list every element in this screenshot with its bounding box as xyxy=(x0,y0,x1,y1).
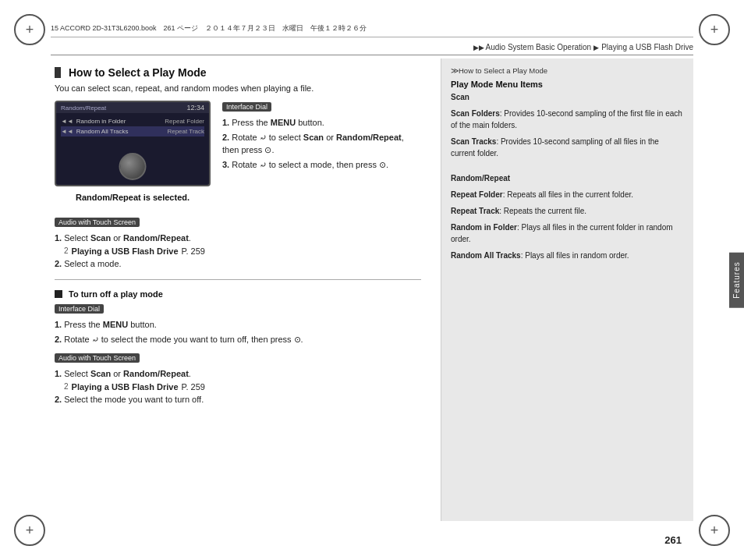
screen-mockup: Random/Repeat 12:34 ◄◄ Random in Folder … xyxy=(55,101,211,186)
breadcrumb-part1: Audio System Basic Operation xyxy=(486,43,592,51)
step-3: 3. Rotate ⤾ to select a mode, then press… xyxy=(222,158,421,172)
right-scan-tracks: Scan Tracks: Provides 10-second sampling… xyxy=(451,136,684,159)
corner-decoration-bl xyxy=(14,515,45,546)
play-link-page-1: P. 259 xyxy=(182,246,205,256)
right-header: ≫How to Select a Play Mode xyxy=(451,66,684,75)
black-sq-icon xyxy=(55,290,62,298)
row2-side: Repeat Track xyxy=(167,128,204,135)
step-2: 2. Rotate ⤾ to select Scan or Random/Rep… xyxy=(222,131,421,157)
file-info-text: 15 ACCORD 2D-31T3L6200.book 261 ページ ２０１４… xyxy=(51,24,367,32)
turn-off-title-text: To turn off a play mode xyxy=(69,289,163,299)
breadcrumb-arrow1: ▶▶ xyxy=(473,44,484,51)
turn-off-audio-badge: Audio with Touch Screen xyxy=(55,353,140,363)
screen-top-bar: Random/Repeat 12:34 xyxy=(56,102,209,113)
screen-and-steps: Random/Repeat 12:34 ◄◄ Random in Folder … xyxy=(55,101,421,193)
turn-off-step-1: 1. Press the MENU button. xyxy=(55,318,421,331)
section-title: How to Select a Play Mode xyxy=(55,66,421,79)
file-info-bar: 15 ACCORD 2D-31T3L6200.book 261 ページ ２０１４… xyxy=(51,23,693,37)
row1-side: Repeat Folder xyxy=(165,118,204,125)
right-random-folder: Random in Folder: Plays all files in the… xyxy=(451,222,684,245)
turn-off-audio-step-1: 1. Select Scan or Random/Repeat. xyxy=(55,367,421,381)
play-link-page-2: P. 259 xyxy=(182,382,205,392)
right-scan-heading: Scan xyxy=(451,91,684,103)
screen-rows: ◄◄ Random in Folder Repeat Folder ◄◄ Ran… xyxy=(56,113,209,140)
right-column: ≫How to Select a Play Mode Play Mode Men… xyxy=(441,58,693,521)
turn-off-interface-badge: Interface Dial xyxy=(55,304,104,314)
header-nav: ▶▶ Audio System Basic Operation ▶ Playin… xyxy=(51,43,693,55)
subtitle-text: You can select scan, repeat, and random … xyxy=(55,83,421,93)
turn-off-step-2: 2. Rotate ⤾ to select the mode you want … xyxy=(55,333,421,346)
row2-icon: ◄◄ xyxy=(61,128,73,135)
screen-top-label: Random/Repeat xyxy=(61,105,106,112)
turn-off-audio-step-2: 2. Select the mode you want to turn off. xyxy=(55,393,421,406)
audio-step-1: 1. Select Scan or Random/Repeat. xyxy=(55,232,421,245)
screen-row-1: ◄◄ Random in Folder Repeat Folder xyxy=(61,116,204,126)
play-link-1: 2 Playing a USB Flash Drive P. 259 xyxy=(64,246,421,256)
screen-caption-text: Random/Repeat is selected. xyxy=(76,193,190,202)
section-title-text: How to Select a Play Mode xyxy=(69,66,207,79)
screen-row-2: ◄◄ Random All Tracks Repeat Track xyxy=(61,126,204,136)
right-section-title: Play Mode Menu Items xyxy=(451,80,684,89)
play-link-text-2: Playing a USB Flash Drive xyxy=(72,382,179,392)
right-scan-folders: Scan Folders: Provides 10-second samplin… xyxy=(451,108,684,131)
corner-decoration-tl xyxy=(14,14,45,45)
right-breadcrumb: ≫How to Select a Play Mode xyxy=(451,66,547,75)
right-random-heading: Random/Repeat xyxy=(451,172,684,184)
title-bar-icon xyxy=(55,67,61,78)
audio-step-2: 2. Select a mode. xyxy=(55,257,421,271)
row1-icon: ◄◄ xyxy=(61,118,73,125)
right-repeat-folder: Repeat Folder: Repeats all files in the … xyxy=(451,189,684,200)
left-column: How to Select a Play Mode You can select… xyxy=(51,58,433,521)
screen-caption: Random/Repeat is selected. xyxy=(55,193,211,202)
play-link-icon-1: 2 xyxy=(64,246,69,255)
play-link-2: 2 Playing a USB Flash Drive P. 259 xyxy=(64,382,421,392)
main-content: How to Select a Play Mode You can select… xyxy=(51,58,693,521)
turn-off-title: To turn off a play mode xyxy=(55,289,421,299)
interface-dial-section: Interface Dial 1. Press the MENU button.… xyxy=(222,101,421,172)
screen-time: 12:34 xyxy=(186,104,204,112)
page-number: 261 xyxy=(664,534,682,546)
corner-decoration-tr xyxy=(699,14,730,45)
step-1: 1. Press the MENU button. xyxy=(222,116,421,129)
features-tab: Features xyxy=(729,252,744,307)
interface-dial-badge: Interface Dial xyxy=(222,102,271,112)
right-repeat-track: Repeat Track: Repeats the current file. xyxy=(451,205,684,217)
row2-label: Random All Tracks xyxy=(76,128,165,135)
corner-decoration-br xyxy=(699,515,730,546)
row1-label: Random in Folder xyxy=(76,118,161,125)
breadcrumb-arrow2: ▶ xyxy=(593,44,599,51)
breadcrumb-part2: Playing a USB Flash Drive xyxy=(601,43,693,51)
audio-touch-badge: Audio with Touch Screen xyxy=(55,218,140,227)
screen-knob xyxy=(119,153,147,180)
play-link-icon-2: 2 xyxy=(64,382,69,391)
section-separator xyxy=(55,279,421,280)
right-random-all: Random All Tracks: Plays all files in ra… xyxy=(451,250,684,261)
play-link-text-1: Playing a USB Flash Drive xyxy=(72,246,179,256)
